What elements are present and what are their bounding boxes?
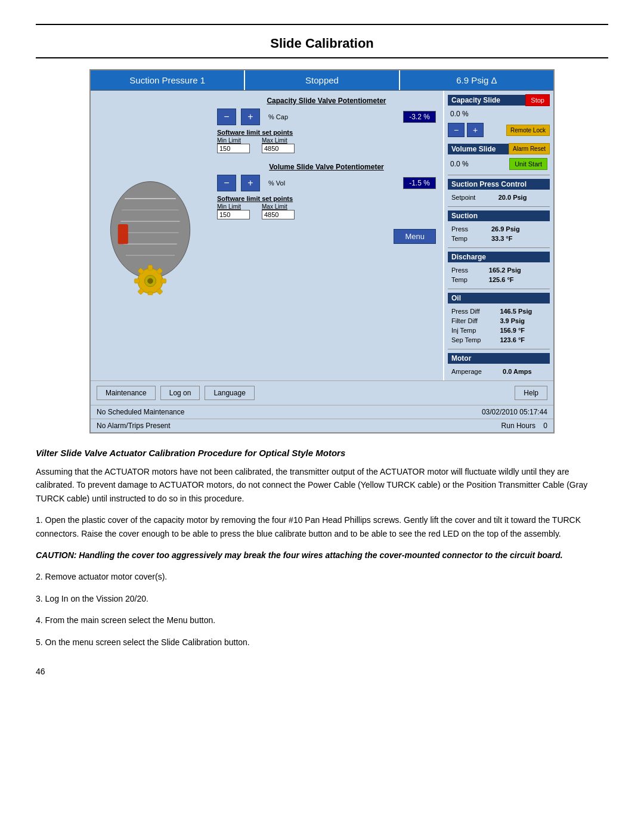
status-row-1: No Scheduled Maintenance 03/02/2010 05:1… xyxy=(91,405,553,419)
status-bar: Suction Pressure 1 Stopped 6.9 Psig Δ xyxy=(91,70,553,91)
bottom-bar: Maintenance Log on Language Help xyxy=(91,380,553,405)
rp-divider-2 xyxy=(448,206,550,207)
cap-rp-plus-btn[interactable]: + xyxy=(467,123,484,137)
menu-button[interactable]: Menu xyxy=(394,229,436,244)
cap-pot-section: Capacity Slide Valve Potentiometer − + %… xyxy=(217,97,436,153)
cap-pot-label: Capacity Slide Valve Potentiometer xyxy=(217,97,436,105)
no-alarm-text: No Alarm/Trips Present xyxy=(97,422,171,430)
cap-pct-cap-value: -3.2 % xyxy=(403,111,436,123)
left-panel xyxy=(91,91,210,380)
motor-header: Motor xyxy=(448,353,550,364)
rp-divider-5 xyxy=(448,349,550,349)
discharge-header: Discharge xyxy=(448,252,550,262)
capacity-slide-header: Capacity Slide xyxy=(448,95,525,106)
run-hours-label: Run Hours xyxy=(501,422,535,430)
rp-divider-3 xyxy=(448,247,550,248)
suction-header: Suction xyxy=(448,210,550,221)
vol-min-input[interactable] xyxy=(217,210,250,219)
oil-sep-temp-row: Sep Temp 123.6 °F xyxy=(449,336,549,344)
oil-filter-diff-label: Filter Diff xyxy=(449,317,496,325)
vol-minus-btn[interactable]: − xyxy=(217,175,236,191)
vol-max-input[interactable] xyxy=(262,210,295,219)
oil-inj-temp-value: 156.9 °F xyxy=(497,326,549,335)
discharge-press-label: Press xyxy=(449,266,485,274)
vol-max-col: Max Limit xyxy=(262,203,295,219)
doc-step4: 4. From the main screen select the Menu … xyxy=(36,614,608,627)
vol-pot-label: Volume Slide Valve Potentiometer xyxy=(217,163,436,171)
status-psig: 6.9 Psig Δ xyxy=(400,70,553,90)
run-hours-value: 0 xyxy=(543,422,547,430)
remote-lock-button[interactable]: Remote Lock xyxy=(506,125,550,136)
cap-limits-title: Software limit set points xyxy=(217,129,436,136)
run-hours-text: Run Hours 0 xyxy=(501,422,547,430)
cap-pot-controls: − + % Cap -3.2 % xyxy=(217,109,436,125)
suction-press-label: Press xyxy=(449,225,488,233)
main-content: Capacity Slide Valve Potentiometer − + %… xyxy=(91,91,553,380)
date-time-text: 03/02/2010 05:17:44 xyxy=(482,408,547,416)
motor-amperage-label: Amperage xyxy=(449,367,499,376)
maintenance-button[interactable]: Maintenance xyxy=(97,386,156,400)
suction-temp-label: Temp xyxy=(449,234,488,243)
oil-filter-diff-row: Filter Diff 3.9 Psig xyxy=(449,317,549,325)
setpoint-row: Setpoint 20.0 Psig xyxy=(449,193,549,202)
hmi-screen: Suction Pressure 1 Stopped 6.9 Psig Δ xyxy=(89,69,555,433)
vol-pot-controls: − + % Vol -1.5 % xyxy=(217,175,436,191)
cap-min-col: Min Limit xyxy=(217,137,250,153)
motor-amperage-row: Amperage 0.0 Amps xyxy=(449,367,549,376)
cap-rp-minus-btn[interactable]: − xyxy=(448,123,465,137)
oil-press-diff-row: Press Diff 146.5 Psig xyxy=(449,307,549,315)
cap-max-input[interactable] xyxy=(262,144,295,153)
oil-sep-temp-value: 123.6 °F xyxy=(497,336,549,344)
vol-limits-row: Min Limit Max Limit xyxy=(217,203,436,219)
vol-pct-vol-value: -1.5 % xyxy=(403,177,436,189)
cap-minus-btn[interactable]: − xyxy=(217,109,236,125)
cap-min-input[interactable] xyxy=(217,144,250,153)
svg-rect-13 xyxy=(134,278,140,283)
vol-plus-btn[interactable]: + xyxy=(241,175,260,191)
top-divider xyxy=(36,24,608,25)
oil-header: Oil xyxy=(448,293,550,304)
status-stopped: Stopped xyxy=(245,70,400,90)
discharge-press-row: Press 165.2 Psig xyxy=(449,266,549,274)
oil-table: Press Diff 146.5 Psig Filter Diff 3.9 Ps… xyxy=(448,306,550,345)
doc-step1: 1. Open the plastic cover of the capacit… xyxy=(36,513,608,540)
page-number: 46 xyxy=(36,667,608,676)
suction-press-row: Press 26.9 Psig xyxy=(449,225,549,233)
log-on-button[interactable]: Log on xyxy=(160,386,200,400)
unit-start-button[interactable]: Unit Start xyxy=(509,158,547,170)
setpoint-label: Setpoint xyxy=(449,193,495,202)
suction-press-control-table: Setpoint 20.0 Psig xyxy=(448,192,550,203)
vol-value-row: 0.0 % Unit Start xyxy=(448,157,550,171)
help-button[interactable]: Help xyxy=(515,386,547,400)
oil-press-diff-label: Press Diff xyxy=(449,307,496,315)
menu-btn-row: Menu xyxy=(217,229,436,244)
cap-value-row: 0.0 % xyxy=(448,109,550,119)
suction-press-value: 26.9 Psig xyxy=(489,225,549,233)
svg-rect-10 xyxy=(148,265,153,271)
rp-divider-1 xyxy=(448,175,550,175)
right-panel: Capacity Slide Stop 0.0 % − + Remote Loc… xyxy=(443,91,553,380)
volume-slide-value: 0.0 % xyxy=(450,160,469,168)
cap-plus-btn[interactable]: + xyxy=(241,109,260,125)
suction-table: Press 26.9 Psig Temp 33.3 °F xyxy=(448,224,550,244)
cap-software-limits: Software limit set points Min Limit Max … xyxy=(217,129,436,153)
doc-heading: Vilter Slide Valve Actuator Calibration … xyxy=(36,448,608,458)
doc-step2: 2. Remove actuator motor cover(s). xyxy=(36,570,608,583)
cap-max-label: Max Limit xyxy=(262,137,295,144)
cap-pct-cap-label: % Cap xyxy=(268,113,288,120)
cap-min-label: Min Limit xyxy=(217,137,250,144)
svg-rect-11 xyxy=(148,292,153,295)
compressor-gear-image xyxy=(100,176,201,295)
status-suction-pressure: Suction Pressure 1 xyxy=(91,70,245,90)
oil-inj-temp-row: Inj Temp 156.9 °F xyxy=(449,326,549,335)
stop-button[interactable]: Stop xyxy=(525,94,550,106)
cap-btn-row: − + Remote Lock xyxy=(448,122,550,138)
no-scheduled-maintenance-text: No Scheduled Maintenance xyxy=(97,408,184,416)
alarm-reset-button[interactable]: Alarm Reset xyxy=(509,143,550,154)
document-area: Vilter Slide Valve Actuator Calibration … xyxy=(36,448,608,676)
language-button[interactable]: Language xyxy=(205,386,254,400)
cap-limits-row: Min Limit Max Limit xyxy=(217,137,436,153)
motor-amperage-value: 0.0 Amps xyxy=(500,367,549,376)
oil-sep-temp-label: Sep Temp xyxy=(449,336,496,344)
vol-pct-vol-label: % Vol xyxy=(268,179,285,187)
